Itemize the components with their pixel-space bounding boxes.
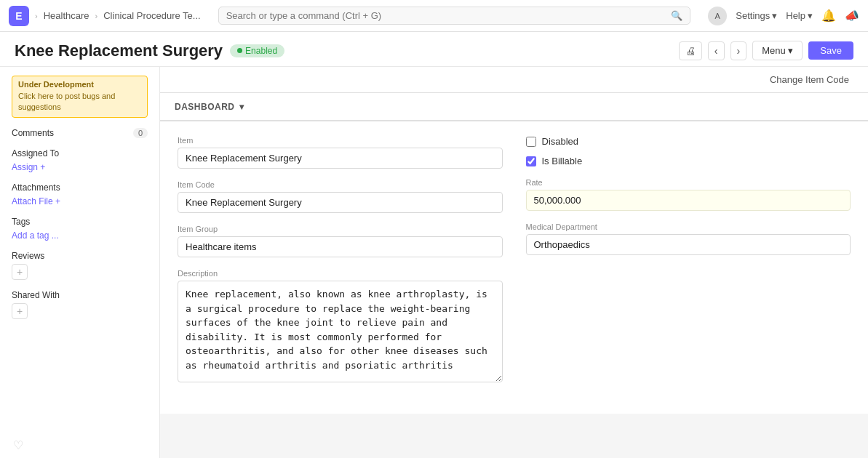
form-section: Item Item Code Item Group Description Kn…: [160, 121, 868, 414]
disabled-checkbox-group: Disabled Is Billable: [526, 136, 851, 166]
search-bar[interactable]: 🔍: [218, 7, 691, 25]
medical-dept-label: Medical Department: [526, 222, 851, 231]
description-field-group: Description Knee replacement, also known…: [178, 269, 503, 385]
help-button[interactable]: Help ▾: [786, 10, 813, 21]
medical-dept-field-group: Medical Department: [526, 222, 851, 255]
description-label: Description: [178, 269, 503, 278]
reviews-add-row: +: [12, 264, 148, 280]
dev-banner-text: Click here to post bugs and suggestions: [18, 91, 141, 113]
attachments-label: Attachments: [12, 182, 60, 193]
comments-label: Comments: [12, 128, 54, 138]
page-title: Knee Replacement Surgery: [15, 41, 223, 60]
description-textarea[interactable]: Knee replacement, also known as knee art…: [178, 281, 503, 382]
disabled-checkbox-row: Disabled: [526, 136, 851, 147]
search-icon: 🔍: [671, 10, 682, 21]
item-label: Item: [178, 136, 503, 145]
dev-banner-title: Under Development: [18, 80, 141, 89]
heart-icon: ♡: [13, 438, 23, 452]
billable-checkbox-row: Is Billable: [526, 156, 851, 166]
navbar: E › Healthcare › Clinical Procedure Te..…: [0, 0, 868, 32]
rate-input[interactable]: [526, 190, 851, 211]
status-label: Enabled: [245, 46, 277, 56]
dashboard-label: DASHBOARD: [175, 102, 235, 112]
item-group-field-group: Item Group: [178, 225, 503, 257]
breadcrumb-clinical[interactable]: Clinical Procedure Te...: [103, 10, 200, 21]
rate-field-group: Rate: [526, 178, 851, 211]
status-dot: [237, 48, 242, 53]
search-input[interactable]: [226, 10, 667, 21]
dashboard-button[interactable]: DASHBOARD ▾: [175, 102, 244, 112]
attachments-header: Attachments: [12, 182, 148, 193]
sidebar-assigned-section: Assigned To Assign +: [12, 148, 148, 172]
item-group-label: Item Group: [178, 225, 503, 233]
tags-header: Tags: [12, 217, 148, 227]
reviews-label: Reviews: [12, 251, 44, 261]
is-billable-label: Is Billable: [542, 156, 583, 166]
sidebar-reviews-section: Reviews +: [12, 251, 148, 280]
item-code-input[interactable]: [178, 192, 503, 213]
shared-header: Shared With: [12, 290, 148, 300]
page-actions: 🖨 ‹ › Menu ▾ Save: [679, 41, 853, 60]
print-button[interactable]: 🖨: [679, 41, 702, 60]
reviews-header: Reviews: [12, 251, 148, 261]
disabled-checkbox[interactable]: [526, 137, 536, 147]
shared-label: Shared With: [12, 290, 60, 300]
item-field-group: Item: [178, 136, 503, 169]
assigned-label: Assigned To: [12, 148, 59, 158]
settings-button[interactable]: Settings ▾: [736, 10, 777, 21]
item-input[interactable]: [178, 148, 503, 169]
disabled-label: Disabled: [542, 136, 579, 147]
is-billable-checkbox[interactable]: [526, 156, 536, 166]
form-col-right: Disabled Is Billable Rate Medical Depart…: [526, 136, 851, 396]
content-topbar: Change Item Code: [160, 67, 868, 93]
sidebar-shared-section: Shared With +: [12, 290, 148, 319]
status-badge: Enabled: [230, 44, 284, 57]
item-code-field-group: Item Code: [178, 180, 503, 213]
sidebar-comments-section: Comments 0: [12, 128, 148, 138]
content-area: Change Item Code DASHBOARD ▾ Item Item C…: [160, 67, 868, 458]
megaphone-icon[interactable]: 📣: [845, 9, 859, 23]
comments-count: 0: [133, 128, 148, 138]
medical-dept-input[interactable]: [526, 234, 851, 255]
dev-banner[interactable]: Under Development Click here to post bug…: [12, 76, 148, 118]
notification-icon[interactable]: 🔔: [821, 9, 836, 23]
breadcrumb-healthcare[interactable]: Healthcare: [44, 10, 89, 21]
add-tag-button[interactable]: Add a tag ...: [12, 230, 59, 241]
change-item-code-button[interactable]: Change Item Code: [765, 73, 853, 87]
rate-label: Rate: [526, 178, 851, 187]
item-code-label: Item Code: [178, 180, 503, 189]
form-col-left: Item Item Code Item Group Description Kn…: [178, 136, 503, 396]
sidebar-attachments-section: Attachments Attach File +: [12, 182, 148, 206]
item-group-input[interactable]: [178, 236, 503, 257]
brand-logo: E: [9, 6, 29, 26]
assign-button[interactable]: Assign +: [12, 162, 45, 172]
sidebar-tags-section: Tags Add a tag ...: [12, 217, 148, 241]
title-area: Knee Replacement Surgery Enabled: [15, 41, 284, 60]
menu-button[interactable]: Menu ▾: [752, 41, 803, 60]
shared-add-button[interactable]: +: [12, 303, 28, 319]
dashboard-chevron-icon: ▾: [239, 102, 244, 112]
reviews-add-button[interactable]: +: [12, 264, 28, 280]
breadcrumb-chevron-2: ›: [95, 12, 98, 20]
attach-file-button[interactable]: Attach File +: [12, 196, 60, 206]
breadcrumb-chevron-1: ›: [35, 12, 38, 20]
avatar: A: [708, 7, 727, 25]
sidebar: Under Development Click here to post bug…: [0, 67, 160, 458]
comments-header: Comments 0: [12, 128, 148, 138]
main-layout: Under Development Click here to post bug…: [0, 67, 868, 458]
next-button[interactable]: ›: [730, 41, 747, 60]
form-row: Item Item Code Item Group Description Kn…: [178, 136, 851, 396]
tags-label: Tags: [12, 217, 30, 227]
save-button[interactable]: Save: [808, 41, 853, 60]
prev-button[interactable]: ‹: [708, 41, 725, 60]
shared-add-row: +: [12, 303, 148, 319]
navbar-right: A Settings ▾ Help ▾ 🔔 📣: [708, 7, 859, 25]
dashboard-bar: DASHBOARD ▾: [160, 93, 868, 121]
assigned-header: Assigned To: [12, 148, 148, 158]
page-header: Knee Replacement Surgery Enabled 🖨 ‹ › M…: [0, 32, 868, 67]
